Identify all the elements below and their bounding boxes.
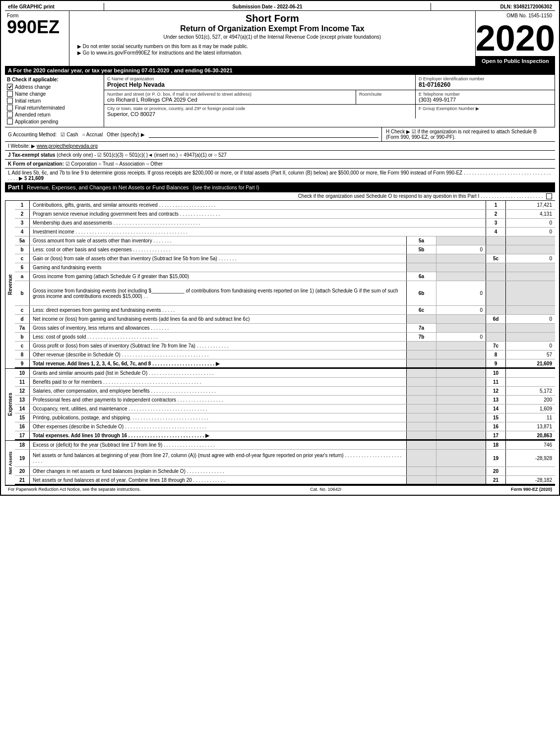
table-row: c Less: direct expenses from gaming and … <box>15 306 555 315</box>
dln-label: DLN: 93492172006302 <box>431 3 555 10</box>
application-pending-check[interactable]: Application pending <box>7 118 102 125</box>
check-h-box: H Check ▶ ☑ if the organization is not r… <box>381 127 555 141</box>
expenses-section: Expenses 10 Grants and similar amounts p… <box>5 369 555 441</box>
section-b: B Check if applicable: Address change Na… <box>5 75 104 127</box>
table-row: 12 Salaries, other compensation, and emp… <box>15 387 555 396</box>
table-row: 7a Gross sales of inventory, less return… <box>15 324 555 333</box>
initial-return-check[interactable]: Initial return <box>7 97 102 104</box>
schedule-o-check-row: Check if the organization used Schedule … <box>5 192 555 201</box>
open-to-public-badge: Open to Public Inspection <box>476 56 555 66</box>
table-row: 11 Benefits paid to or for members . . .… <box>15 378 555 387</box>
revenue-label: Revenue <box>5 201 15 368</box>
table-row: 14 Occupancy, rent, utilities, and maint… <box>15 405 555 413</box>
final-return-checkbox[interactable] <box>7 105 13 111</box>
tax-exempt-row: J Tax-exempt status (check only one) - ☑… <box>5 151 555 160</box>
table-row: b Less: cost of goods sold . . . . . . .… <box>15 333 555 342</box>
table-row: 19 Net assets or fund balances at beginn… <box>15 450 555 467</box>
part1-header: Part I Revenue, Expenses, and Changes in… <box>5 183 555 192</box>
table-row: 20 Other changes in net assets or fund b… <box>15 467 555 476</box>
goto-irs-notice: ▶ Go to www.irs.gov/Form990EZ for instru… <box>77 50 471 56</box>
address-change-check[interactable]: Address change <box>7 83 102 90</box>
table-row: 17 Total expenses. Add lines 10 through … <box>15 431 555 440</box>
table-row: b Gross income from fundraising events (… <box>15 281 555 306</box>
header-main: Short Form Return of Organization Exempt… <box>69 11 476 66</box>
table-row: d Net income or (loss) from gaming and f… <box>15 315 555 324</box>
net-assets-section: Net Assets 18 Excess or (deficit) for th… <box>5 441 555 485</box>
address-box: Number and street (or P. O. box, if mail… <box>104 90 356 104</box>
table-row: 1 Contributions, gifts, grants, and simi… <box>15 201 555 210</box>
address-change-checkbox[interactable] <box>7 84 13 90</box>
do-not-enter-notice: ▶ Do not enter social security numbers o… <box>77 44 471 49</box>
form-number-box: Form 990EZ <box>5 11 69 66</box>
accounting-method-row: G Accounting Method: ☑ Cash ○ Accrual Ot… <box>5 127 381 141</box>
note-l-row: L Add lines 5b, 6c, and 7b to line 9 to … <box>5 169 555 183</box>
revenue-section: Revenue 1 Contributions, gifts, grants, … <box>5 201 555 369</box>
efile-label: efile GRAPHIC print <box>5 3 104 10</box>
net-assets-label: Net Assets <box>5 441 15 485</box>
org-name-box: C Name of organization Project Help Neva… <box>104 75 416 90</box>
amended-return-check[interactable]: Amended return <box>7 111 102 118</box>
name-change-check[interactable]: Name change <box>7 90 102 97</box>
phone-box: E Telephone number (303) 499-9177 <box>416 90 555 104</box>
submission-date: Submission Date - 2022-06-21 <box>104 3 431 10</box>
amended-return-checkbox[interactable] <box>7 112 13 117</box>
application-pending-checkbox[interactable] <box>7 118 13 124</box>
room-box: Room/suite <box>356 90 416 104</box>
schedule-o-checkbox[interactable] <box>546 193 552 199</box>
table-row: c Gross profit or (loss) from sales of i… <box>15 342 555 350</box>
table-row: 13 Professional fees and other payments … <box>15 396 555 405</box>
table-row: a Gross income from gaming (attach Sched… <box>15 272 555 281</box>
form-org-row: K Form of organization: ☑ Corporation ○ … <box>5 160 555 169</box>
table-row: 10 Grants and similar amounts paid (list… <box>15 369 555 378</box>
table-row: 21 Net assets or fund balances at end of… <box>15 476 555 485</box>
table-row: 16 Other expenses (describe in Schedule … <box>15 422 555 431</box>
table-row: c Gain or (loss) from sale of assets oth… <box>15 254 555 263</box>
year-box: OMB No. 1545-1150 2020 Open to Public In… <box>476 11 555 66</box>
table-row: 6 Gaming and fundraising events <box>15 263 555 272</box>
table-row: 5a Gross amount from sale of assets othe… <box>15 236 555 245</box>
table-row: 8 Other revenue (describe in Schedule O)… <box>15 350 555 359</box>
group-exempt-box: F Group Exemption Number ▶ <box>416 105 555 118</box>
initial-return-checkbox[interactable] <box>7 98 13 104</box>
table-row: 15 Printing, publications, postage, and … <box>15 413 555 422</box>
website-row: I Website: ▶ www.projecthelpnevada.org <box>5 142 555 151</box>
table-row: 2 Program service revenue including gove… <box>15 210 555 219</box>
city-state-box: City or town, state or province, country… <box>104 105 416 118</box>
table-row: 3 Membership dues and assessments . . . … <box>15 219 555 228</box>
table-row: 4 Investment income . . . . . . . . . . … <box>15 228 555 236</box>
final-return-check[interactable]: Final return/terminated <box>7 104 102 111</box>
name-change-checkbox[interactable] <box>7 91 13 97</box>
table-row: b Less: cost or other basis and sales ex… <box>15 245 555 254</box>
table-row: 18 Excess or (deficit) for the year (Sub… <box>15 441 555 450</box>
ein-box: D Employer identification number 81-0716… <box>416 75 555 90</box>
footer: For Paperwork Reduction Act Notice, see … <box>5 485 555 493</box>
expenses-label: Expenses <box>5 369 15 440</box>
tax-year-row: A For the 2020 calendar year, or tax yea… <box>5 66 555 75</box>
table-row: 9 Total revenue. Add lines 1, 2, 3, 4, 5… <box>15 359 555 368</box>
